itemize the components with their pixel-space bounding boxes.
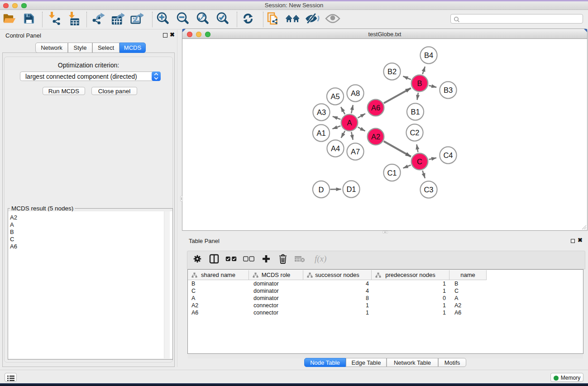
svg-text:C2: C2 [410, 129, 419, 137]
svg-text:A8: A8 [351, 89, 360, 97]
svg-text:D1: D1 [346, 185, 356, 193]
svg-text:A3: A3 [317, 108, 326, 116]
svg-text:B3: B3 [444, 86, 453, 94]
svg-text:C1: C1 [387, 169, 397, 177]
svg-text:B4: B4 [424, 51, 433, 59]
svg-text:C3: C3 [424, 186, 433, 194]
svg-text:A2: A2 [371, 133, 380, 141]
svg-text:A5: A5 [330, 92, 339, 100]
svg-text:A4: A4 [331, 144, 340, 152]
svg-text:A6: A6 [371, 104, 380, 112]
svg-text:B1: B1 [411, 108, 420, 116]
svg-text:B: B [417, 79, 422, 87]
svg-text:C: C [417, 157, 422, 166]
svg-text:A1: A1 [316, 129, 325, 137]
svg-text:A7: A7 [351, 148, 360, 156]
svg-text:A: A [347, 119, 352, 127]
svg-text:B2: B2 [387, 67, 397, 76]
svg-text:C4: C4 [443, 151, 453, 159]
svg-text:D: D [319, 186, 324, 194]
